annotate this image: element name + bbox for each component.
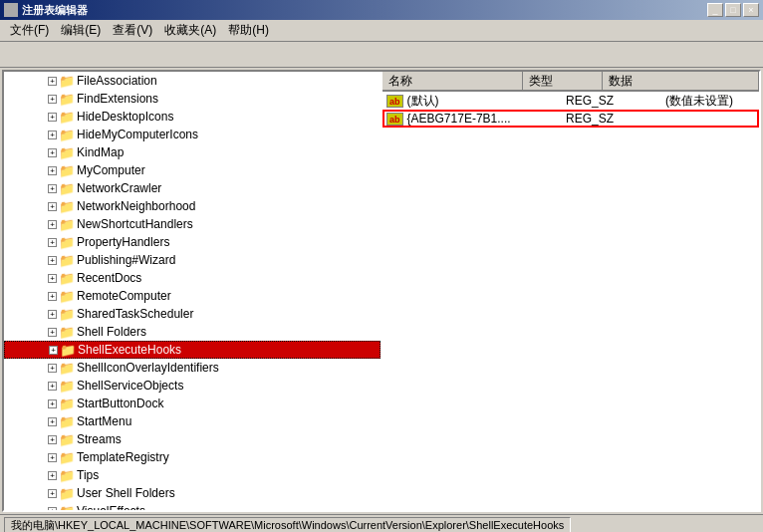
expand-button[interactable]: + [48, 507, 57, 511]
folder-icon: 📁 [59, 74, 75, 88]
app-icon [4, 3, 18, 17]
toolbar [0, 42, 763, 68]
tree-item[interactable]: +📁TemplateRegistry [4, 448, 381, 466]
tree-label: PropertyHandlers [77, 235, 169, 249]
tree-item[interactable]: +📁Streams [4, 430, 381, 448]
tree-item[interactable]: +📁HideDesktopIcons [4, 108, 381, 126]
folder-icon: 📁 [59, 92, 75, 106]
menu-item[interactable]: 编辑(E) [55, 20, 107, 41]
expand-button[interactable]: + [48, 184, 57, 193]
folder-icon: 📁 [60, 343, 76, 357]
tree-item[interactable]: +📁Tips [4, 466, 381, 484]
ab-icon: ab [386, 113, 403, 126]
title-bar-content: 注册表编辑器 [4, 3, 88, 18]
tree-item[interactable]: +📁RemoteComputer [4, 287, 381, 305]
list-header-col[interactable]: 名称 [382, 72, 523, 90]
tree-item[interactable]: +📁User Shell Folders [4, 484, 381, 502]
status-bar: 我的电脑\HKEY_LOCAL_MACHINE\SOFTWARE\Microso… [0, 514, 763, 532]
name-text: {AEBG717E-7B1.... [407, 112, 511, 126]
tree-item[interactable]: +📁ShellServiceObjects [4, 377, 381, 395]
tree-item[interactable]: +📁ShellExecuteHooks [4, 341, 381, 359]
expand-button[interactable]: + [48, 399, 57, 408]
list-body: ab(默认)REG_SZ(数值未设置)ab{AEBG717E-7B1....RE… [382, 92, 759, 128]
folder-icon: 📁 [59, 289, 75, 303]
expand-button[interactable]: + [48, 328, 57, 337]
title-bar-buttons: _ □ × [707, 3, 759, 17]
menu-item[interactable]: 文件(F) [4, 20, 55, 41]
tree-item[interactable]: +📁NetworkCrawler [4, 179, 381, 197]
status-panel: 我的电脑\HKEY_LOCAL_MACHINE\SOFTWARE\Microso… [4, 517, 571, 533]
folder-icon: 📁 [59, 145, 75, 159]
tree-label: FileAssociation [77, 74, 157, 88]
tree-panel[interactable]: +📁FileAssociation+📁FindExtensions+📁HideD… [4, 72, 382, 510]
folder-icon: 📁 [59, 128, 75, 141]
tree-label: HideMyComputerIcons [77, 128, 198, 141]
tree-item[interactable]: +📁PropertyHandlers [4, 233, 381, 251]
expand-button[interactable]: + [48, 292, 57, 301]
expand-button[interactable]: + [48, 417, 57, 426]
expand-button[interactable]: + [48, 453, 57, 462]
expand-button[interactable]: + [48, 274, 57, 283]
expand-button[interactable]: + [48, 238, 57, 247]
menu-item[interactable]: 查看(V) [107, 20, 158, 41]
expand-button[interactable]: + [48, 148, 57, 157]
tree-label: StartMenu [77, 414, 131, 428]
expand-button[interactable]: + [48, 202, 57, 211]
tree-item[interactable]: +📁FindExtensions [4, 90, 381, 108]
list-header-col[interactable]: 类型 [523, 72, 603, 90]
folder-icon: 📁 [59, 486, 75, 500]
tree-item[interactable]: +📁SharedTaskScheduler [4, 305, 381, 323]
expand-button[interactable]: + [48, 256, 57, 265]
tree-item[interactable]: +📁KindMap [4, 143, 381, 161]
tree-item[interactable]: +📁NewShortcutHandlers [4, 215, 381, 233]
tree-item[interactable]: +📁Shell Folders [4, 323, 381, 341]
tree-item[interactable]: +📁NetworkNeighborhood [4, 197, 381, 215]
expand-button[interactable]: + [48, 382, 57, 391]
expand-button[interactable]: + [49, 346, 58, 355]
expand-button[interactable]: + [48, 435, 57, 444]
tree-item[interactable]: +📁HideMyComputerIcons [4, 126, 381, 143]
close-button[interactable]: × [743, 3, 759, 17]
title-bar-title: 注册表编辑器 [22, 3, 88, 18]
folder-icon: 📁 [59, 325, 75, 339]
expand-button[interactable]: + [48, 310, 57, 319]
tree-item[interactable]: +📁FileAssociation [4, 72, 381, 90]
list-header-col[interactable]: 数据 [603, 72, 759, 90]
tree-item[interactable]: +📁RecentDocs [4, 269, 381, 287]
expand-button[interactable]: + [48, 95, 57, 104]
tree-item[interactable]: +📁VisualEffects [4, 502, 381, 510]
folder-icon: 📁 [59, 414, 75, 428]
tree-item[interactable]: +📁MyComputer [4, 161, 381, 179]
expand-button[interactable]: + [48, 364, 57, 373]
list-cell-data: (数值未设置) [661, 93, 759, 110]
tree-item[interactable]: +📁Publishing#Wizard [4, 251, 381, 269]
folder-icon: 📁 [59, 199, 75, 213]
tree-label: SharedTaskScheduler [77, 307, 193, 321]
expand-button[interactable]: + [48, 489, 57, 498]
folder-icon: 📁 [59, 307, 75, 321]
minimize-button[interactable]: _ [707, 3, 723, 17]
tree-label: HideDesktopIcons [77, 110, 173, 124]
menu-item[interactable]: 帮助(H) [222, 20, 275, 41]
expand-button[interactable]: + [48, 220, 57, 229]
menu-item[interactable]: 收藏夹(A) [158, 20, 222, 41]
folder-icon: 📁 [59, 110, 75, 124]
list-row[interactable]: ab(默认)REG_SZ(数值未设置) [382, 92, 759, 110]
folder-icon: 📁 [59, 217, 75, 231]
maximize-button[interactable]: □ [725, 3, 741, 17]
expand-button[interactable]: + [48, 113, 57, 122]
tree-label: Streams [77, 432, 122, 446]
list-row[interactable]: ab{AEBG717E-7B1....REG_SZ [382, 110, 759, 128]
expand-button[interactable]: + [48, 131, 57, 139]
folder-icon: 📁 [59, 361, 75, 375]
tree-label: NetworkNeighborhood [77, 199, 195, 213]
expand-button[interactable]: + [48, 77, 57, 86]
folder-icon: 📁 [59, 397, 75, 410]
tree-item[interactable]: +📁ShellIconOverlayIdentifiers [4, 359, 381, 377]
tree-label: Publishing#Wizard [77, 253, 175, 267]
expand-button[interactable]: + [48, 471, 57, 480]
expand-button[interactable]: + [48, 166, 57, 175]
list-header: 名称类型数据 [382, 72, 759, 92]
tree-item[interactable]: +📁StartMenu [4, 412, 381, 430]
tree-item[interactable]: +📁StartButtonDock [4, 395, 381, 412]
